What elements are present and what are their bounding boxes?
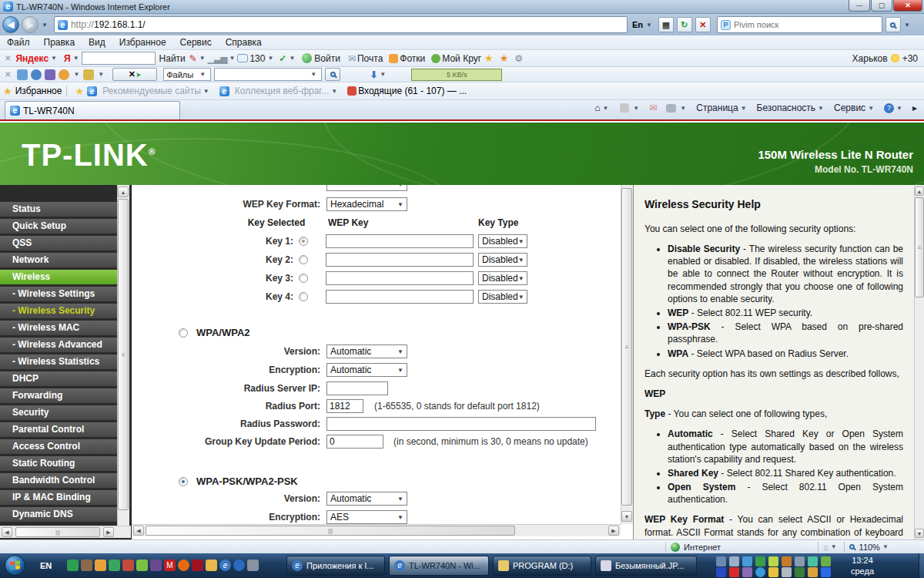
forward-button[interactable]: ▶ <box>22 16 38 33</box>
quick-launch-icon-2[interactable] <box>81 560 92 571</box>
taskbar-language-indicator[interactable]: EN <box>40 561 52 570</box>
search-button[interactable] <box>886 17 901 32</box>
yandex-brand[interactable]: Яндекс <box>15 53 49 64</box>
group-key-input[interactable] <box>326 435 383 449</box>
sidebar-item-dynamic-dns[interactable]: Dynamic DNS <box>0 507 117 522</box>
back-button[interactable]: ◀ <box>2 16 19 33</box>
menu-file[interactable]: Файл <box>0 37 37 48</box>
tool-icon-1[interactable] <box>17 69 28 80</box>
task-button-image[interactable]: Безымянный.JP... <box>595 556 697 576</box>
spellcheck-dropdown-icon[interactable]: ▼ <box>286 55 297 62</box>
yandex-login-button[interactable]: Войти <box>314 53 340 64</box>
download-arrow-icon[interactable]: ⬇ <box>370 69 377 80</box>
key4-type-select[interactable]: Disabled▼ <box>478 290 527 304</box>
yandex-search-input[interactable] <box>82 52 156 65</box>
read-mail-button[interactable]: ✉ <box>645 102 661 113</box>
tray-icon-10[interactable] <box>716 567 726 577</box>
sidebar-item-access-control[interactable]: Access Control <box>0 439 117 454</box>
sidebar-item-parental-control[interactable]: Parental Control <box>0 422 117 437</box>
sidebar-item-wireless-mac-filtering[interactable]: - Wireless MAC Filtering <box>0 321 117 335</box>
feeds-button[interactable]: ▼ <box>614 103 645 113</box>
tray-icon-1[interactable] <box>716 556 726 566</box>
close-toolbar2-icon[interactable]: ✕ <box>0 70 15 79</box>
sidebar-item-wireless-statistics[interactable]: - Wireless Statistics <box>0 355 117 369</box>
sidebar-item-wireless-security[interactable]: - Wireless Security <box>0 304 117 318</box>
main-scroll-right-icon[interactable]: ▶ <box>608 526 619 536</box>
close-toolbar-icon[interactable]: ✕ <box>0 54 15 62</box>
download-dropdown-icon[interactable]: ▼ <box>377 71 388 78</box>
yandex-mail-button[interactable]: Почта <box>357 53 383 64</box>
sidebar-item-security[interactable]: Security <box>0 405 117 420</box>
sidebar-item-forwarding[interactable]: Forwarding <box>0 388 117 403</box>
key3-type-select[interactable]: Disabled▼ <box>478 271 527 285</box>
search-input[interactable] <box>734 20 865 29</box>
sidebar-item-dhcp[interactable]: DHCP <box>0 371 117 386</box>
tools-menu[interactable]: Сервис▼ <box>830 102 880 113</box>
wpa-psk-radio[interactable] <box>179 477 188 486</box>
sidebar-item-wireless-advanced[interactable]: - Wireless Advanced <box>0 338 117 352</box>
task-button-program-d[interactable]: PROGRAM (D:) <box>493 556 591 576</box>
tool4-dropdown-icon[interactable]: ▼ <box>71 71 82 78</box>
stop-button[interactable]: ✕ <box>695 17 711 32</box>
menu-favorites[interactable]: Избранное <box>112 37 173 48</box>
tray-icon-8[interactable] <box>808 556 818 566</box>
wep-key-format-select[interactable]: Hexadecimal▼ <box>326 197 407 211</box>
quick-launch-icon-11[interactable] <box>206 560 217 571</box>
pencil-dropdown-icon[interactable]: ▼ <box>197 55 208 62</box>
menu-help[interactable]: Справка <box>219 37 269 48</box>
radius-ip-input[interactable] <box>326 381 388 395</box>
zoom-level[interactable]: 110% <box>859 543 880 552</box>
quick-launch-icon-14[interactable] <box>247 560 259 571</box>
menu-tools[interactable]: Сервис <box>173 37 219 48</box>
key3-radio[interactable] <box>299 274 308 283</box>
quick-launch-icon-9[interactable] <box>178 560 189 571</box>
tray-icon-4[interactable] <box>755 556 765 566</box>
tray-icon-18[interactable] <box>821 567 831 577</box>
sidebar-item-ip-mac-binding[interactable]: IP & MAC Binding <box>0 490 117 505</box>
address-input[interactable]: e http://192.168.1.1/ <box>54 16 628 33</box>
signal-bars-icon[interactable]: ▁▃▅ <box>208 53 227 64</box>
safety-menu[interactable]: Безопасность▼ <box>753 102 830 113</box>
wpa-encryption-select[interactable]: Automatic▼ <box>326 363 407 377</box>
radius-port-input[interactable] <box>326 399 363 413</box>
yandex-ya-icon[interactable]: Я <box>64 53 71 64</box>
menu-edit[interactable]: Правка <box>37 37 82 48</box>
yandex-brand-dropdown-icon[interactable]: ▼ <box>49 55 59 62</box>
wpa-radio[interactable] <box>179 328 188 338</box>
spellcheck-icon[interactable]: ✓ <box>279 53 286 64</box>
minimize-button[interactable]: — <box>849 0 870 12</box>
sidebar-scroll-up-icon[interactable]: ▲ <box>118 187 129 197</box>
close-button[interactable]: ✕ <box>893 0 922 12</box>
protected-mode-icon[interactable]: ⌂ <box>823 543 829 552</box>
psk-encryption-select[interactable]: AES▼ <box>326 510 407 524</box>
home-button[interactable]: ⌂▼ <box>591 102 614 113</box>
quick-launch-icon-13[interactable] <box>233 560 245 571</box>
language-indicator[interactable]: En <box>632 20 643 29</box>
tray-icon-3[interactable] <box>742 556 752 566</box>
quick-launch-icon-6[interactable] <box>136 560 148 571</box>
suggested-sites-button[interactable]: Рекомендуемые сайты <box>102 86 201 96</box>
sidebar-item-wireless-settings[interactable]: - Wireless Settings <box>0 287 117 301</box>
sidebar-vscroll-thumb[interactable]: ≡ <box>118 199 129 510</box>
weather-widget[interactable]: Харьков +30 <box>852 53 918 64</box>
bookmark-star2-icon[interactable]: ★ <box>500 52 509 64</box>
quick-launch-icon-1[interactable] <box>67 560 79 571</box>
psk-version-select[interactable]: Automatic▼ <box>326 492 407 506</box>
search-options-dropdown-icon[interactable]: ▼ <box>901 22 913 29</box>
page-menu[interactable]: Страница▼ <box>692 102 752 113</box>
quick-launch-icon-7[interactable] <box>150 560 162 571</box>
main-hscroll-thumb[interactable]: ||| <box>146 526 515 536</box>
tray-icon-11[interactable] <box>729 567 739 577</box>
key4-radio[interactable] <box>299 292 308 301</box>
help-scroll-up-icon[interactable]: ▲ <box>915 187 924 196</box>
key2-radio[interactable] <box>299 255 308 264</box>
quick-launch-icon-5[interactable] <box>122 560 134 571</box>
sidebar-item-bandwidth-control[interactable]: Bandwidth Control <box>0 473 117 488</box>
main-scroll-left-icon[interactable]: ◀ <box>133 526 144 536</box>
help-button[interactable]: ?▼ <box>880 103 909 113</box>
pencil-icon[interactable]: ✎ <box>189 53 197 64</box>
language-dropdown-icon[interactable]: ▼ <box>643 22 655 29</box>
tray-icon-13[interactable] <box>755 567 765 577</box>
tray-icon-12[interactable] <box>742 567 752 577</box>
sidebar-scroll-right-icon[interactable]: ▶ <box>103 527 114 537</box>
